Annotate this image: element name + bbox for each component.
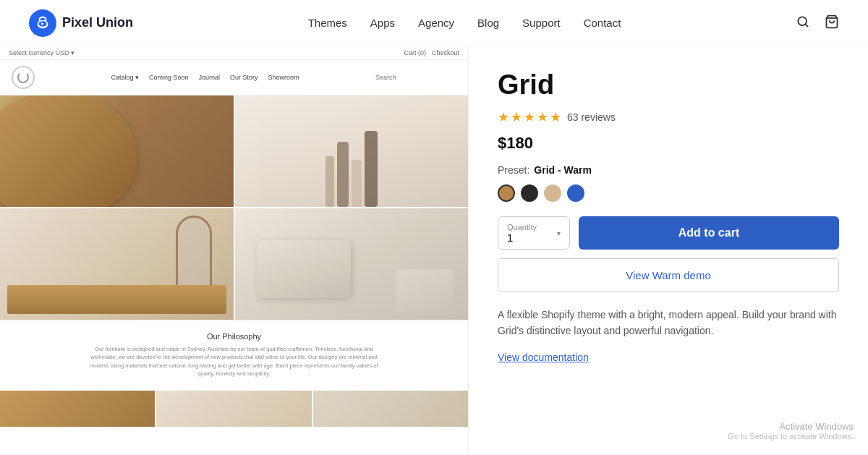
store-nav-journal[interactable]: Journal bbox=[199, 74, 221, 81]
preset-row: Preset: Grid - Warm bbox=[498, 164, 839, 176]
activate-windows-watermark: Activate Windows Go to Settings to activ… bbox=[728, 421, 854, 441]
pixel-union-logo-svg bbox=[35, 15, 51, 31]
thumb-3 bbox=[313, 391, 468, 427]
store-search-input[interactable] bbox=[375, 74, 456, 81]
view-documentation-link[interactable]: View documentation bbox=[498, 352, 589, 363]
star-4: ★ bbox=[537, 109, 548, 125]
thumb-2 bbox=[156, 391, 311, 427]
sideboard-shape bbox=[7, 285, 226, 314]
product-pane: Grid ★ ★ ★ ★ ★ 63 reviews $180 Preset: G… bbox=[469, 46, 868, 455]
activate-line2: Go to Settings to activate Windows. bbox=[728, 432, 854, 441]
preset-label: Preset: bbox=[498, 164, 529, 176]
nav-blog[interactable]: Blog bbox=[477, 17, 499, 29]
philosophy-title: Our Philosophy bbox=[12, 332, 456, 341]
quantity-selector-inner: Quantity 1 bbox=[507, 223, 537, 244]
grid-cell-mirror bbox=[0, 208, 234, 320]
product-description: A flexible Shopify theme with a bright, … bbox=[498, 307, 839, 339]
store-currency[interactable]: Select currency USD ▾ bbox=[9, 49, 75, 56]
image-grid bbox=[0, 95, 468, 320]
view-demo-button[interactable]: View Warm demo bbox=[498, 258, 839, 292]
add-to-cart-button[interactable]: Add to cart bbox=[579, 216, 839, 250]
store-menu: Catalog ▾ Coming Soon Journal Our Story … bbox=[111, 74, 299, 81]
store-nav: Catalog ▾ Coming Soon Journal Our Story … bbox=[0, 60, 468, 95]
store-logo bbox=[12, 66, 35, 89]
star-1: ★ bbox=[498, 109, 509, 125]
quantity-label: Quantity bbox=[507, 223, 537, 231]
nav-themes[interactable]: Themes bbox=[308, 17, 347, 29]
quantity-selector[interactable]: Quantity 1 ▾ bbox=[498, 216, 570, 250]
nav-contact[interactable]: Contact bbox=[584, 17, 621, 29]
preset-value: Grid - Warm bbox=[534, 164, 592, 176]
theme-preview-pane: Select currency USD ▾ Cart (0) Checkout … bbox=[0, 46, 469, 455]
swatch-warm[interactable] bbox=[498, 184, 515, 202]
logo-text: Pixel Union bbox=[62, 15, 133, 30]
product-price: $180 bbox=[498, 134, 839, 153]
color-swatches bbox=[498, 184, 839, 202]
logo-icon bbox=[29, 9, 56, 37]
header-icons bbox=[796, 14, 839, 32]
chevron-down-icon: ▾ bbox=[557, 229, 561, 237]
thumb-1 bbox=[0, 391, 155, 427]
store-nav-story[interactable]: Our Story bbox=[230, 74, 258, 81]
store-checkout[interactable]: Checkout bbox=[432, 49, 459, 56]
store-topbar-right: Cart (0) Checkout bbox=[404, 49, 459, 56]
pillow-small bbox=[396, 269, 454, 312]
thumbnail-row bbox=[0, 391, 468, 427]
star-5: ★ bbox=[550, 109, 561, 125]
activate-line1: Activate Windows bbox=[728, 421, 854, 432]
purchase-row: Quantity 1 ▾ Add to cart bbox=[498, 216, 839, 250]
logo[interactable]: Pixel Union bbox=[29, 9, 133, 37]
store-nav-coming[interactable]: Coming Soon bbox=[149, 74, 189, 81]
store-nav-catalog[interactable]: Catalog ▾ bbox=[111, 74, 139, 81]
quantity-value: 1 bbox=[507, 231, 537, 244]
pillow-large bbox=[257, 240, 351, 298]
mirror-shape bbox=[176, 216, 212, 288]
star-3: ★ bbox=[524, 109, 535, 125]
philosophy-section: Our Philosophy Our furniture is designed… bbox=[0, 320, 468, 389]
swatch-dark[interactable] bbox=[521, 184, 538, 202]
people-group bbox=[258, 118, 445, 207]
grid-cell-table bbox=[0, 95, 234, 207]
rating-row: ★ ★ ★ ★ ★ 63 reviews bbox=[498, 109, 839, 125]
cart-icon[interactable] bbox=[825, 14, 839, 32]
search-icon[interactable] bbox=[796, 14, 810, 32]
main-nav: Themes Apps Agency Blog Support Contact bbox=[308, 17, 621, 29]
swatch-nude[interactable] bbox=[544, 184, 561, 202]
nav-support[interactable]: Support bbox=[522, 17, 561, 29]
table-shape bbox=[0, 95, 137, 207]
store-cart-count[interactable]: Cart (0) bbox=[404, 49, 426, 56]
store-logo-inner bbox=[17, 72, 29, 83]
header: Pixel Union Themes Apps Agency Blog Supp… bbox=[0, 0, 868, 46]
preview-inner: Select currency USD ▾ Cart (0) Checkout … bbox=[0, 46, 468, 455]
main-content: Select currency USD ▾ Cart (0) Checkout … bbox=[0, 46, 868, 455]
swatch-blue[interactable] bbox=[567, 184, 584, 202]
nav-agency[interactable]: Agency bbox=[418, 17, 454, 29]
star-rating: ★ ★ ★ ★ ★ bbox=[498, 109, 561, 125]
review-count[interactable]: 63 reviews bbox=[567, 111, 616, 123]
star-2: ★ bbox=[511, 109, 522, 125]
store-topbar: Select currency USD ▾ Cart (0) Checkout bbox=[0, 46, 468, 60]
grid-cell-pillow bbox=[235, 208, 469, 320]
philosophy-text: Our furniture is designed and made in Sy… bbox=[90, 345, 379, 378]
nav-apps[interactable]: Apps bbox=[370, 17, 395, 29]
product-title: Grid bbox=[498, 69, 839, 101]
store-nav-showroom[interactable]: Showroom bbox=[268, 74, 299, 81]
grid-cell-family bbox=[235, 95, 469, 207]
svg-point-0 bbox=[798, 17, 807, 25]
